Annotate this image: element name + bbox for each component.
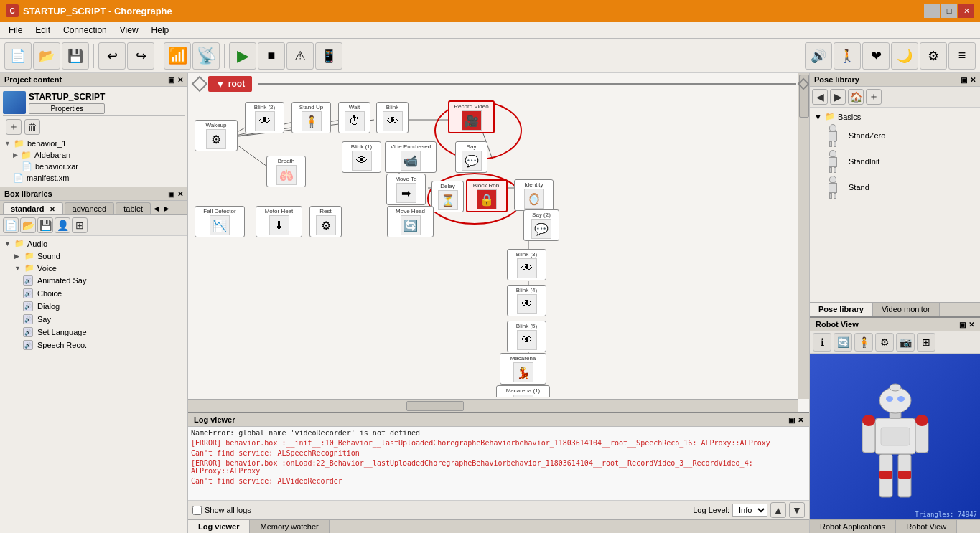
project-content-close[interactable]: ✕ (177, 76, 183, 84)
toolbar-audio[interactable]: 🔊 (805, 42, 832, 70)
node-rest[interactable]: Rest ⚙ (309, 206, 342, 237)
lib-save[interactable]: 💾 (37, 217, 53, 233)
node-wait[interactable]: Wait ⏱ (338, 102, 370, 133)
node-wakeup[interactable]: Wakeup ⚙ (195, 120, 238, 151)
lib-tree-voice[interactable]: ▼ 📁 Voice (3, 262, 185, 274)
node-moveto[interactable]: Move To ➡ (386, 174, 426, 205)
pose-basics-folder[interactable]: ▼ 📁 Basics (813, 110, 977, 123)
lib-open[interactable]: 📂 (20, 217, 36, 233)
rv-rotate[interactable]: 🔄 (834, 333, 852, 352)
node-vidpurchased[interactable]: Vide Purchased 📹 (385, 141, 437, 173)
node-blink3[interactable]: Blink (3) 👁 (507, 249, 546, 280)
add-item-button[interactable]: ＋ (6, 119, 22, 135)
toolbar-lines[interactable]: ≡ (948, 42, 976, 70)
rv-gear[interactable]: ⚙ (875, 333, 894, 352)
tab-tablet[interactable]: tablet (116, 202, 151, 214)
pose-forward[interactable]: ▶ (830, 89, 846, 105)
tab-robot-applications[interactable]: Robot Applications (810, 520, 896, 533)
lib-tree-audio[interactable]: ▼ 📁 Audio (3, 237, 185, 250)
lib-new[interactable]: 📄 (3, 217, 19, 233)
toolbar-open[interactable]: 📂 (33, 42, 60, 70)
box-libraries-collapse[interactable]: ▣ (168, 190, 174, 198)
lib-item-animated-say[interactable]: 🔊 Animated Say (3, 274, 185, 287)
node-blockrob[interactable]: Block Rob. 🔒 (466, 179, 508, 212)
toolbar-wifi2[interactable]: 📡 (192, 42, 220, 70)
tree-item-manifest[interactable]: 📄 manifest.xml (11, 172, 185, 184)
pose-add[interactable]: ＋ (866, 89, 882, 105)
properties-button[interactable]: Properties (29, 103, 105, 114)
toolbar-heart[interactable]: ❤ (862, 42, 890, 70)
node-blink[interactable]: Blink 👁 (376, 102, 409, 133)
lib-item-choice[interactable]: 🔊 Choice (3, 287, 185, 300)
menu-help[interactable]: Help (146, 24, 175, 37)
lib-person[interactable]: 👤 (55, 217, 70, 233)
node-blink4[interactable]: Blink (4) 👁 (507, 285, 546, 316)
pose-item-standzero[interactable]: StandZero (813, 123, 977, 148)
node-motorheat[interactable]: Motor Heat 🌡 (256, 206, 302, 237)
toolbar-robot[interactable]: 📱 (315, 42, 342, 70)
project-content-collapse[interactable]: ▣ (168, 76, 174, 84)
rv-camera[interactable]: 📷 (896, 333, 915, 352)
lib-grid[interactable]: ⊞ (72, 217, 88, 233)
node-identity[interactable]: Identity 🪞 (514, 179, 554, 211)
tree-item-behaviorxar[interactable]: 📄 behavior.xar (20, 161, 185, 172)
node-say[interactable]: Say 💬 (455, 141, 487, 173)
tab-memory-watcher[interactable]: Memory watcher (250, 520, 329, 533)
lib-tree-sound[interactable]: ▶ 📁 Sound (3, 250, 185, 262)
pose-back[interactable]: ◀ (812, 89, 828, 105)
tab-pose-library[interactable]: Pose library (810, 303, 873, 316)
lib-item-set-language[interactable]: 🔊 Set Language (3, 326, 185, 339)
node-movehead[interactable]: Move Head 🔄 (387, 206, 434, 237)
lib-item-dialog[interactable]: 🔊 Dialog (3, 300, 185, 313)
tree-item-aldebaran[interactable]: ▶ 📁 Aldebaran (11, 149, 185, 161)
node-standup[interactable]: Stand Up 🧍 (291, 102, 331, 133)
toolbar-redo[interactable]: ↪ (127, 42, 154, 70)
log-level-select[interactable]: Info (732, 504, 767, 517)
node-breath[interactable]: Breath 🫁 (266, 156, 306, 187)
toolbar-stop[interactable]: ■ (258, 42, 285, 70)
robot-view-collapse[interactable]: ▣ (959, 321, 966, 329)
canvas-scrollbar-vertical[interactable] (798, 73, 809, 399)
menu-connection[interactable]: Connection (57, 24, 113, 37)
delete-item-button[interactable]: 🗑 (24, 119, 40, 135)
node-blink1[interactable]: Blink (1) 👁 (342, 141, 381, 173)
log-scroll-up[interactable]: ▲ (770, 502, 786, 518)
robot-view-close[interactable]: ✕ (969, 321, 974, 329)
node-delay[interactable]: Delay ⏳ (431, 181, 464, 212)
minimize-button[interactable]: ─ (924, 4, 940, 18)
show-all-logs-checkbox[interactable] (192, 506, 202, 515)
tab-standard[interactable]: standard ✕ (3, 202, 63, 214)
node-macarena[interactable]: Macarena 💃 (500, 353, 546, 385)
show-all-logs[interactable]: Show all logs (192, 506, 251, 515)
menu-file[interactable]: File (3, 24, 28, 37)
log-close[interactable]: ✕ (798, 416, 803, 424)
toolbar-undo[interactable]: ↩ (98, 42, 126, 70)
pose-lib-close[interactable]: ✕ (970, 76, 976, 84)
toolbar-walk[interactable]: 🚶 (834, 42, 861, 70)
menu-edit[interactable]: Edit (29, 24, 56, 37)
rv-person[interactable]: 🧍 (854, 333, 873, 352)
tab-video-monitor[interactable]: Video monitor (873, 303, 940, 316)
node-macarena2[interactable]: Macarena (1) 💃 (496, 385, 550, 397)
node-blink5[interactable]: Blink (5) 👁 (507, 321, 546, 352)
node-falldet[interactable]: Fall Detector 📉 (195, 206, 245, 237)
node-say2[interactable]: Say (2) 💬 (523, 209, 559, 241)
pose-up[interactable]: 🏠 (848, 89, 864, 105)
toolbar-new[interactable]: 📄 (4, 42, 32, 70)
rv-info[interactable]: ℹ (813, 333, 831, 352)
node-blink2[interactable]: Blink (2) 👁 (245, 102, 284, 133)
lib-item-say[interactable]: 🔊 Say (3, 313, 185, 326)
toolbar-moon[interactable]: 🌙 (891, 42, 918, 70)
toolbar-save[interactable]: 💾 (62, 42, 89, 70)
log-scroll-down[interactable]: ▼ (789, 502, 805, 518)
log-collapse[interactable]: ▣ (788, 416, 795, 424)
toolbar-play[interactable]: ▶ (229, 42, 256, 70)
menu-view[interactable]: View (114, 24, 144, 37)
rv-expand[interactable]: ⊞ (917, 333, 935, 352)
toolbar-gear[interactable]: ⚙ (920, 42, 947, 70)
lib-item-speech-reco[interactable]: 🔊 Speech Reco. (3, 339, 185, 352)
tab-log-viewer[interactable]: Log viewer (188, 520, 250, 533)
tab-scroll-left[interactable]: ◀ (152, 203, 161, 214)
tab-close-icon[interactable]: ✕ (50, 206, 55, 213)
tab-robot-view[interactable]: Robot View (896, 520, 957, 533)
